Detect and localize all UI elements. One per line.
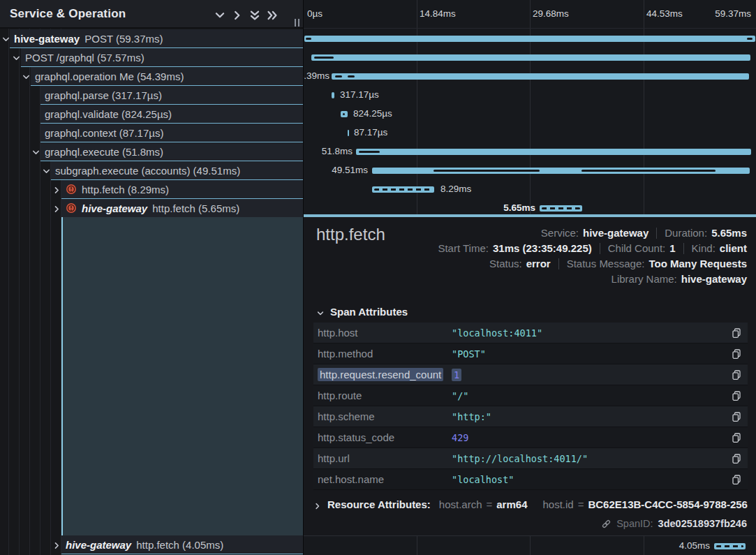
tree-row[interactable]: POST /graphql (57.57ms) xyxy=(0,48,303,67)
meta-value: hive-gateway xyxy=(583,227,648,239)
tree-row[interactable]: subgraph.execute (accounts) (49.51ms) xyxy=(0,161,303,180)
chevron-down-icon[interactable] xyxy=(42,166,51,175)
duration-label: 8.29ms xyxy=(440,184,471,194)
tree-row[interactable]: graphql.parse (317.17µs) xyxy=(0,86,303,105)
duration-label: 87.17µs xyxy=(354,127,387,138)
attribute-row[interactable]: http.scheme "http:" xyxy=(313,406,748,427)
row-service: hive-gateway xyxy=(82,202,147,214)
axis-tick: 44.53ms xyxy=(646,8,683,19)
row-label: http.fetch (4.05ms) xyxy=(136,539,223,551)
duration-label: 317.17µs xyxy=(340,89,379,100)
tree-row[interactable]: graphql.execute (51.8ms) xyxy=(0,142,303,161)
gridline xyxy=(644,536,644,555)
panel-resize-handle[interactable] xyxy=(293,17,302,27)
tree-row[interactable]: graphql.validate (824.25µs) xyxy=(0,105,303,124)
timeline-row xyxy=(304,48,756,67)
attribute-row[interactable]: http.route "/" xyxy=(313,385,748,406)
copy-icon[interactable] xyxy=(731,432,742,443)
copy-icon[interactable] xyxy=(731,474,742,485)
span-bar[interactable] xyxy=(332,92,334,98)
link-icon[interactable] xyxy=(601,519,612,529)
span-bar-error[interactable] xyxy=(714,543,746,549)
resource-value: BC62E13B-C4CC-5854-9788-2568... xyxy=(588,498,748,510)
attr-key: http.host xyxy=(313,327,452,339)
timeline-panel: 0µs 14.84ms 29.68ms 44.53ms 59.37ms 54.3… xyxy=(303,0,756,555)
tree-row-root[interactable]: hive-gatewayPOST (59.37ms) xyxy=(0,29,303,48)
axis-tick: 59.37ms xyxy=(715,8,751,19)
attribute-row[interactable]: http.status_code 429 xyxy=(313,427,748,448)
chevron-down-icon[interactable] xyxy=(12,53,21,62)
meta-line: Service: hive-gateway Duration: 5.65ms xyxy=(541,227,747,239)
attr-value: "/" xyxy=(452,390,468,401)
copy-icon[interactable] xyxy=(731,348,742,360)
attr-value: "localhost:4011" xyxy=(452,327,542,339)
attr-key: net.host.name xyxy=(313,473,452,485)
span-bar[interactable] xyxy=(304,36,755,42)
resource-key: host.arch xyxy=(439,498,482,510)
copy-icon[interactable] xyxy=(731,453,742,464)
span-bar[interactable] xyxy=(341,111,348,117)
collapse-one-icon[interactable] xyxy=(214,9,226,22)
span-title: http.fetch xyxy=(316,225,385,244)
row-label: graphql.execute (51.8ms) xyxy=(45,146,163,158)
error-icon xyxy=(66,184,77,195)
copy-icon[interactable] xyxy=(731,411,742,422)
collapse-all-icon[interactable] xyxy=(249,9,261,22)
attribute-row[interactable]: http.url "http://localhost:4011/" xyxy=(313,448,748,469)
expand-one-icon[interactable] xyxy=(231,9,244,22)
span-bar-error[interactable] xyxy=(372,186,434,193)
chevron-down-icon[interactable] xyxy=(31,147,40,156)
tree-row-selected[interactable]: hive-gateway http.fetch (5.65ms) xyxy=(0,199,303,218)
span-bar[interactable] xyxy=(311,54,750,61)
duration-label: 824.25µs xyxy=(353,108,392,119)
meta-value: error xyxy=(526,258,551,269)
attribute-row[interactable]: net.host.name "localhost" xyxy=(313,469,748,490)
copy-icon[interactable] xyxy=(731,369,742,380)
copy-icon[interactable] xyxy=(731,327,742,339)
expand-all-icon[interactable] xyxy=(266,9,279,22)
gridline xyxy=(530,536,531,555)
copy-icon[interactable] xyxy=(731,390,742,401)
attribute-row-selected[interactable]: http.request.resend_count 1 xyxy=(313,364,748,385)
row-label: graphql.validate (824.25µs) xyxy=(45,108,172,120)
tree-row[interactable]: graphql.operation Me (54.39ms) xyxy=(0,67,303,86)
span-bar[interactable] xyxy=(348,130,349,136)
attribute-row[interactable]: http.method "POST" xyxy=(313,343,748,364)
attribute-row[interactable]: http.host "localhost:4011" xyxy=(313,323,748,343)
span-bar[interactable] xyxy=(356,149,751,155)
chevron-down-icon[interactable] xyxy=(22,72,31,81)
chevron-right-icon[interactable] xyxy=(52,204,61,213)
tree-row[interactable]: hive-gateway http.fetch (4.05ms) xyxy=(0,535,303,554)
attr-key: http.method xyxy=(313,348,452,360)
chevron-down-icon xyxy=(316,308,325,316)
span-attributes-header[interactable]: Span Attributes xyxy=(316,306,408,318)
equals-sign: = xyxy=(578,498,584,510)
duration-label: 4.05ms xyxy=(679,540,710,551)
selected-span-expansion xyxy=(61,217,303,535)
axis-separator xyxy=(304,28,756,29)
span-id-value: 3de02518937fb246 xyxy=(658,518,747,529)
attr-value: "http://localhost:4011/" xyxy=(452,453,588,464)
duration-label: 49.51ms xyxy=(332,165,368,175)
meta-label: Start Time: xyxy=(438,242,489,254)
row-label: POST (59.37ms) xyxy=(84,33,163,45)
row-label: http.fetch (8.29ms) xyxy=(82,184,169,195)
timeline-row: 824.25µs xyxy=(304,105,756,124)
tree-row[interactable]: graphql.context (87.17µs) xyxy=(0,124,303,142)
chevron-right-icon[interactable] xyxy=(52,185,61,194)
chevron-right-icon[interactable] xyxy=(52,540,61,549)
meta-label: Kind: xyxy=(692,242,716,254)
meta-value: 1 xyxy=(669,242,675,254)
span-bar-selected[interactable] xyxy=(540,205,582,212)
span-bar[interactable] xyxy=(372,168,750,174)
attr-key: http.route xyxy=(313,390,452,401)
meta-label: Library Name: xyxy=(612,273,677,285)
span-tree-panel: Service & Operation hive-gatewayPOST (59… xyxy=(0,0,303,555)
gridline xyxy=(417,536,417,555)
tree-row[interactable]: http.fetch (8.29ms) xyxy=(0,180,303,199)
meta-label: Child Count: xyxy=(608,242,666,254)
span-bar[interactable] xyxy=(332,73,749,80)
resource-attributes-row[interactable]: Resource Attributes: host.arch = arm64 h… xyxy=(313,498,748,510)
meta-value: 31ms (23:35:49.225) xyxy=(493,242,592,254)
meta-label: Service: xyxy=(541,227,579,239)
